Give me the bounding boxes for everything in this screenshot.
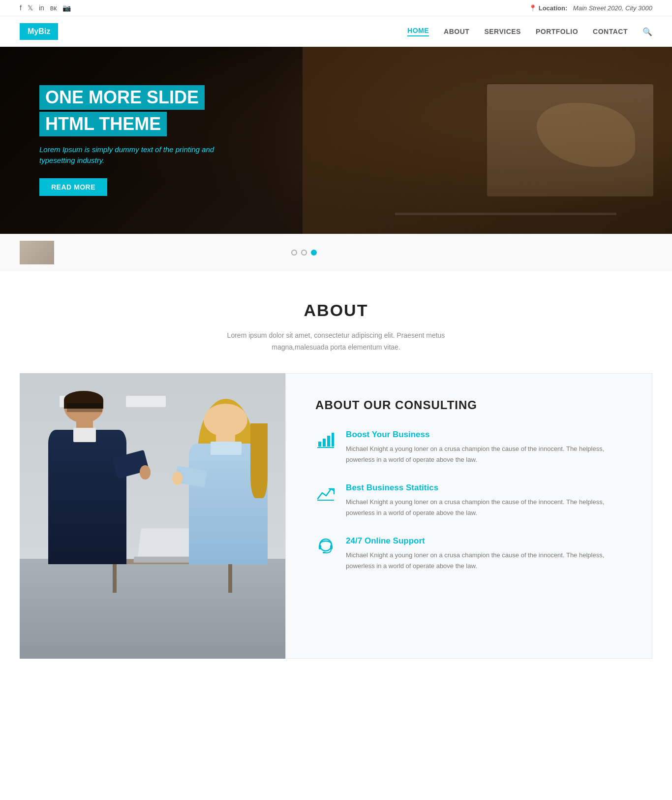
consulting-section: ABOUT OUR CONSULTING Boost Your Business… bbox=[0, 373, 672, 688]
slider-left-area bbox=[20, 241, 54, 264]
hero-title-text-line1: ONE MORE SLIDE bbox=[39, 85, 205, 110]
feature-item-boost: Boost Your Business Michael Knight a you… bbox=[315, 430, 627, 465]
hero-content: ONE MORE SLIDE HTML THEME Lorem Ipsum is… bbox=[0, 85, 275, 196]
feature-title-boost: Boost Your Business bbox=[346, 430, 627, 440]
search-icon[interactable]: 🔍 bbox=[642, 27, 652, 36]
slider-dots bbox=[291, 250, 317, 256]
table-leg-1 bbox=[113, 564, 117, 593]
about-subtitle: Lorem ipsum dolor sit amet, consectetur … bbox=[213, 330, 459, 353]
twitter-icon[interactable]: 𝕏 bbox=[28, 4, 33, 12]
feature-item-stats: Best Business Statitics Michael Knight a… bbox=[315, 483, 627, 518]
svg-rect-1 bbox=[323, 439, 326, 447]
boost-icon-svg bbox=[316, 431, 335, 449]
header: MyBiz HOME ABOUT SERVICES PORTFOLIO CONT… bbox=[0, 16, 672, 47]
bar-chart-icon bbox=[315, 430, 336, 450]
facebook-icon[interactable]: f bbox=[20, 4, 22, 12]
slider-right-text bbox=[554, 249, 652, 256]
vk-icon[interactable]: вк bbox=[50, 4, 57, 12]
slide-dot-3[interactable] bbox=[311, 250, 317, 256]
main-nav: HOME ABOUT SERVICES PORTFOLIO CONTACT 🔍 bbox=[407, 27, 652, 36]
person-right bbox=[184, 399, 272, 564]
slider-nav-strip bbox=[0, 234, 672, 271]
svg-rect-3 bbox=[332, 433, 334, 447]
svg-rect-9 bbox=[323, 552, 326, 553]
instagram-icon[interactable]: 📷 bbox=[62, 4, 71, 12]
nav-item-portfolio[interactable]: PORTFOLIO bbox=[536, 28, 578, 35]
social-icons: f 𝕏 in вк 📷 bbox=[20, 4, 71, 12]
top-bar: f 𝕏 in вк 📷 📍 Location: Main Street 2020… bbox=[0, 0, 672, 16]
feature-text-support: 24/7 Online Support Michael Knight a you… bbox=[346, 536, 627, 572]
nav-item-about[interactable]: ABOUT bbox=[444, 28, 469, 35]
feature-item-support: 24/7 Online Support Michael Knight a you… bbox=[315, 536, 627, 572]
trending-up-icon bbox=[315, 483, 336, 504]
feature-title-online: Online bbox=[365, 536, 391, 545]
feature-title-stats-text: Best Business Stat bbox=[346, 483, 422, 492]
consulting-image bbox=[20, 373, 285, 659]
consulting-title: ABOUT OUR CONSULTING bbox=[315, 398, 627, 412]
about-section: ABOUT Lorem ipsum dolor sit amet, consec… bbox=[0, 271, 672, 373]
feature-title-boost-accent: Business bbox=[393, 430, 430, 439]
feature-text-boost: Boost Your Business Michael Knight a you… bbox=[346, 430, 627, 465]
slider-strip-inner bbox=[0, 241, 672, 264]
stats-icon-svg bbox=[316, 484, 335, 503]
person-left bbox=[41, 387, 134, 565]
nav-item-home[interactable]: HOME bbox=[407, 27, 429, 36]
feature-title-247: 24/7 bbox=[346, 536, 365, 545]
feature-title-support: 24/7 Online Support bbox=[346, 536, 627, 546]
location-pin-icon: 📍 bbox=[529, 4, 537, 12]
hero-slider: ONE MORE SLIDE HTML THEME Lorem Ipsum is… bbox=[0, 47, 672, 234]
hero-cta-button[interactable]: Read More bbox=[39, 178, 107, 196]
consulting-content: ABOUT OUR CONSULTING Boost Your Business… bbox=[285, 373, 652, 659]
hero-subtitle: Lorem Ipsum is simply dummy text of the … bbox=[39, 144, 236, 166]
table-leg-2 bbox=[228, 564, 232, 593]
nav-item-contact[interactable]: CONTACT bbox=[593, 28, 628, 35]
logo[interactable]: MyBiz bbox=[20, 23, 58, 40]
location-value: Main Street 2020, City 3000 bbox=[573, 4, 652, 12]
nav-item-services[interactable]: SERVICES bbox=[484, 28, 521, 35]
headset-icon bbox=[315, 536, 336, 557]
slide-dot-2[interactable] bbox=[301, 250, 307, 256]
feature-desc-support: Michael Knight a young loner on a crusa … bbox=[346, 550, 627, 572]
office-scene bbox=[20, 373, 285, 659]
svg-rect-2 bbox=[327, 436, 330, 447]
svg-rect-8 bbox=[330, 545, 333, 549]
slide-thumbnail-left[interactable] bbox=[20, 241, 54, 264]
feature-title-boost-plain: Boost Your bbox=[346, 430, 393, 439]
location-info: 📍 Location: Main Street 2020, City 3000 bbox=[529, 4, 652, 12]
feature-desc-boost: Michael Knight a young loner on a crusa … bbox=[346, 444, 627, 465]
location-label: Location: bbox=[539, 4, 568, 12]
hero-title-text-line2: HTML THEME bbox=[39, 112, 167, 136]
svg-rect-4 bbox=[317, 447, 334, 448]
svg-rect-7 bbox=[319, 545, 321, 549]
support-icon-svg bbox=[316, 537, 335, 556]
feature-text-stats: Best Business Statitics Michael Knight a… bbox=[346, 483, 627, 518]
feature-title-stats-end: cs bbox=[429, 483, 438, 492]
feature-title-stats: Best Business Statitics bbox=[346, 483, 627, 493]
feature-desc-stats: Michael Knight a young loner on a crusa … bbox=[346, 497, 627, 518]
floor bbox=[20, 559, 285, 659]
svg-rect-0 bbox=[318, 442, 321, 447]
svg-rect-5 bbox=[317, 500, 334, 501]
hero-title-line1: ONE MORE SLIDE bbox=[39, 85, 236, 112]
feature-title-support-text: Support bbox=[391, 536, 425, 545]
slide-dot-1[interactable] bbox=[291, 250, 297, 256]
about-title: ABOUT bbox=[20, 301, 652, 320]
hero-title-line2: HTML THEME bbox=[39, 112, 236, 144]
linkedin-icon[interactable]: in bbox=[39, 4, 44, 12]
